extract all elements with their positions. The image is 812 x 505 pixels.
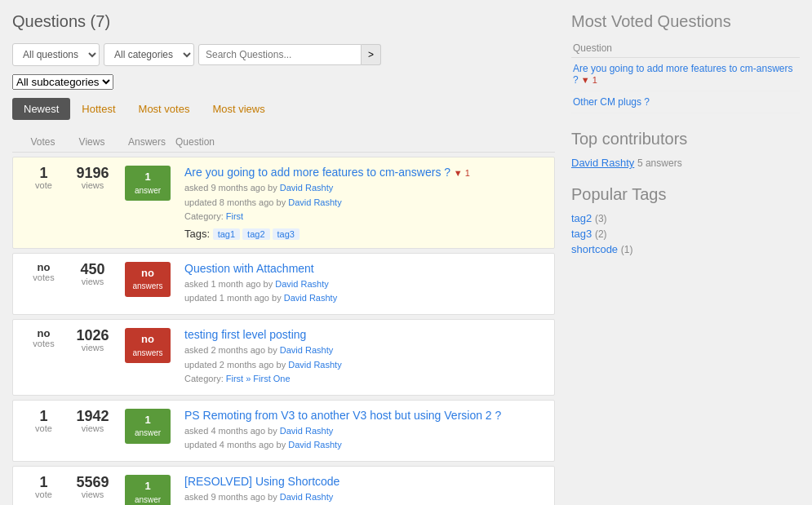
author-link[interactable]: David Rashty bbox=[280, 183, 333, 193]
contributors-list: David Rashty 5 answers bbox=[571, 157, 800, 169]
answer-badge: 1answer bbox=[125, 475, 171, 505]
question-meta: asked 1 month ago by David Rashtyupdated… bbox=[184, 277, 546, 306]
vote-icon: ▼ 1 bbox=[454, 168, 470, 178]
answer-count: noanswers bbox=[119, 262, 176, 297]
contributor-answers: 5 answers bbox=[637, 157, 682, 169]
vote-count: ▼ 1 bbox=[579, 75, 597, 85]
search-button[interactable]: > bbox=[362, 44, 381, 65]
answer-badge: 1answer bbox=[125, 166, 171, 201]
tag[interactable]: tag3 bbox=[273, 228, 300, 240]
most-voted-title: Most Voted Questions bbox=[571, 12, 800, 31]
question-content: Question with Attachment asked 1 month a… bbox=[176, 262, 546, 306]
popular-tag-item: shortcode (1) bbox=[571, 243, 800, 255]
question-meta: asked 2 months ago by David Rashtyupdate… bbox=[184, 343, 546, 387]
tag[interactable]: tag2 bbox=[242, 228, 269, 240]
col-header-views: Views bbox=[65, 136, 118, 148]
mvq-cell: Are you going to add more features to cm… bbox=[571, 58, 800, 91]
col-header-answers: Answers bbox=[118, 136, 175, 148]
mvq-col-header: Question bbox=[571, 39, 800, 58]
tab-most-views[interactable]: Most views bbox=[201, 98, 276, 120]
question-title[interactable]: Question with Attachment bbox=[184, 262, 314, 275]
table-row: no votes 1026 views noanswers testing fi… bbox=[12, 319, 555, 396]
answer-badge: 1answer bbox=[125, 409, 171, 444]
author-link[interactable]: David Rashty bbox=[280, 492, 333, 502]
question-meta: asked 9 months ago by David Rashtyupdate… bbox=[184, 490, 546, 505]
vote-count: no votes bbox=[21, 328, 66, 348]
col-header-question: Question bbox=[175, 136, 547, 148]
popular-tag-link[interactable]: tag2 bbox=[571, 212, 592, 224]
table-row: 1 vote 9196 views 1answer Are you going … bbox=[12, 157, 555, 249]
search-input[interactable] bbox=[198, 44, 362, 65]
tab-hottest[interactable]: Hottest bbox=[70, 98, 126, 120]
popular-tags-title: Popular Tags bbox=[571, 185, 800, 204]
tag[interactable]: tag1 bbox=[213, 228, 240, 240]
question-title[interactable]: Are you going to add more features to cm… bbox=[184, 166, 450, 179]
tab-newest[interactable]: Newest bbox=[12, 98, 70, 120]
view-count: 1026 views bbox=[66, 328, 119, 352]
answer-badge: noanswers bbox=[125, 328, 171, 363]
answer-count: noanswers bbox=[119, 328, 176, 363]
popular-tag-count: (2) bbox=[595, 228, 607, 240]
vote-count: 1 vote bbox=[21, 475, 66, 499]
popular-tag-count: (1) bbox=[621, 244, 633, 255]
col-header-votes: Votes bbox=[20, 136, 65, 148]
mvq-row: Are you going to add more features to cm… bbox=[571, 58, 800, 91]
contributor-name[interactable]: David Rashty bbox=[571, 157, 634, 169]
vote-count: no votes bbox=[21, 262, 66, 282]
answer-badge: noanswers bbox=[125, 262, 171, 297]
mvq-row: Other CM plugs ? bbox=[571, 91, 800, 113]
view-count: 5569 views bbox=[66, 475, 119, 499]
subcategory-filter[interactable]: All subcategories bbox=[12, 74, 113, 90]
table-row: 1 vote 1942 views 1answer PS Remoting fr… bbox=[12, 400, 555, 462]
question-title[interactable]: [RESOLVED] Using Shortcode bbox=[184, 475, 339, 488]
most-voted-table: Question Are you going to add more featu… bbox=[571, 39, 800, 113]
category-filter[interactable]: All categories bbox=[104, 43, 194, 66]
author-link[interactable]: David Rashty bbox=[280, 426, 333, 436]
answer-count: 1answer bbox=[119, 409, 176, 444]
answer-count: 1answer bbox=[119, 475, 176, 505]
question-content: testing first level posting asked 2 mont… bbox=[176, 328, 546, 387]
question-content: [RESOLVED] Using Shortcode asked 9 month… bbox=[176, 475, 546, 505]
answer-count: 1answer bbox=[119, 166, 176, 201]
question-meta: asked 9 months ago by David Rashtyupdate… bbox=[184, 181, 546, 224]
contributor-item: David Rashty 5 answers bbox=[571, 157, 800, 169]
popular-tags-list: tag2 (3)tag3 (2)shortcode (1) bbox=[571, 212, 800, 255]
vote-count: 1 vote bbox=[21, 166, 66, 190]
author-link[interactable]: David Rashty bbox=[275, 279, 328, 289]
author-link[interactable]: David Rashty bbox=[288, 360, 341, 370]
mvq-link[interactable]: Are you going to add more features to cm… bbox=[573, 63, 792, 86]
popular-tag-link[interactable]: tag3 bbox=[571, 228, 592, 240]
author-link[interactable]: David Rashty bbox=[288, 440, 341, 450]
table-row: 1 vote 5569 views 1answer [RESOLVED] Usi… bbox=[12, 466, 555, 505]
question-title[interactable]: PS Remoting from V3 to another V3 host b… bbox=[184, 409, 501, 422]
question-content: Are you going to add more features to cm… bbox=[176, 166, 546, 240]
page-title: Questions (7) bbox=[12, 12, 555, 31]
view-count: 9196 views bbox=[66, 166, 119, 190]
author-link[interactable]: David Rashty bbox=[288, 197, 341, 207]
top-contributors-title: Top contributors bbox=[571, 130, 800, 148]
question-type-filter[interactable]: All questions Answered Unanswered bbox=[12, 43, 100, 66]
questions-list: 1 vote 9196 views 1answer Are you going … bbox=[12, 157, 555, 505]
table-row: no votes 450 views noanswers Question wi… bbox=[12, 253, 555, 315]
question-title[interactable]: testing first level posting bbox=[184, 328, 306, 341]
vote-count: 1 vote bbox=[21, 409, 66, 433]
author-link[interactable]: David Rashty bbox=[280, 345, 333, 355]
view-count: 450 views bbox=[66, 262, 119, 286]
mvq-link[interactable]: Other CM plugs ? bbox=[573, 96, 650, 108]
mvq-cell: Other CM plugs ? bbox=[571, 91, 800, 113]
question-meta: asked 4 months ago by David Rashtyupdate… bbox=[184, 424, 546, 453]
question-tags: Tags: tag1tag2tag3 bbox=[184, 228, 546, 240]
popular-tag-link[interactable]: shortcode bbox=[571, 243, 618, 255]
author-link[interactable]: David Rashty bbox=[284, 293, 337, 303]
view-count: 1942 views bbox=[66, 409, 119, 433]
popular-tag-item: tag2 (3) bbox=[571, 212, 800, 224]
popular-tag-item: tag3 (2) bbox=[571, 228, 800, 240]
popular-tag-count: (3) bbox=[595, 213, 607, 224]
tab-most-votes[interactable]: Most votes bbox=[127, 98, 202, 120]
question-content: PS Remoting from V3 to another V3 host b… bbox=[176, 409, 546, 453]
